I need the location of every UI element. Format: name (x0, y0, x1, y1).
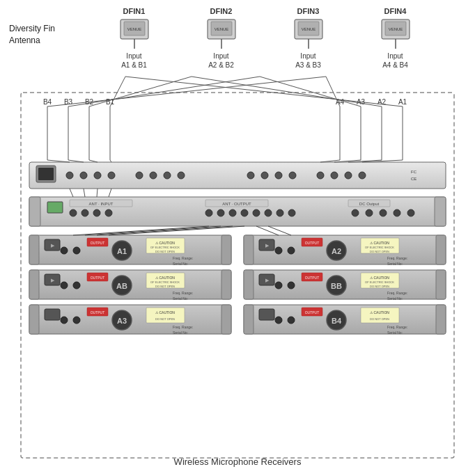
antenna-item-1: DFIN1 VENUE InputA1 & B1 (103, 7, 166, 70)
svg-rect-190 (361, 308, 399, 323)
svg-text:A3: A3 (117, 317, 127, 325)
svg-point-95 (394, 209, 400, 216)
dfin3-input: InputA3 & B3 (295, 51, 321, 70)
svg-rect-43 (38, 168, 54, 180)
svg-text:DO NOT OPEN: DO NOT OPEN (155, 250, 175, 253)
svg-point-57 (331, 172, 338, 179)
svg-point-165 (275, 282, 282, 289)
svg-line-40 (326, 77, 340, 106)
svg-text:B4: B4 (43, 98, 52, 106)
svg-line-62 (47, 160, 70, 162)
svg-point-52 (247, 172, 254, 179)
svg-text:▶: ▶ (51, 278, 55, 283)
svg-text:OF ELECTRIC SHOCK: OF ELECTRIC SHOCK (150, 280, 180, 284)
svg-text:OF ELECTRIC SHOCK: OF ELECTRIC SHOCK (365, 246, 394, 249)
svg-point-166 (288, 282, 295, 289)
antenna-item-2: DFIN2 VENUE InputA2 & B2 (190, 7, 253, 70)
svg-point-89 (288, 209, 295, 216)
svg-point-56 (317, 172, 324, 179)
svg-text:Freq. Range:: Freq. Range: (387, 325, 407, 329)
svg-line-204 (268, 226, 291, 235)
svg-point-82 (205, 209, 212, 216)
svg-point-115 (73, 247, 80, 254)
svg-point-84 (229, 209, 236, 216)
svg-text:A4: A4 (336, 98, 345, 106)
svg-line-200 (85, 226, 221, 235)
dfin2-label: DFIN2 (210, 7, 233, 15)
svg-point-88 (277, 209, 283, 216)
title-label: Diversity Fin Antenna (9, 23, 55, 47)
svg-rect-70 (29, 197, 446, 226)
svg-rect-182 (87, 308, 108, 316)
svg-line-69 (362, 160, 403, 162)
antenna-item-4: DFIN4 VENUE InputA4 & B4 (364, 7, 427, 70)
svg-rect-159 (361, 273, 399, 288)
svg-text:Serial No:: Serial No: (173, 262, 188, 266)
svg-rect-137 (221, 270, 231, 299)
svg-line-35 (89, 77, 192, 106)
svg-text:⚠ CAUTION: ⚠ CAUTION (370, 276, 389, 280)
svg-rect-80 (205, 200, 268, 207)
dfin1-input: InputA1 & B1 (121, 51, 147, 70)
svg-text:OF ELECTRIC SHOCK: OF ELECTRIC SHOCK (365, 280, 394, 284)
svg-point-87 (265, 209, 272, 216)
svg-rect-186 (436, 305, 446, 334)
svg-point-123 (327, 241, 346, 260)
svg-text:Serial No:: Serial No: (173, 296, 188, 301)
svg-text:OUTPUT: OUTPUT (305, 310, 320, 315)
svg-rect-121 (259, 239, 274, 251)
dfin4-label: DFIN4 (384, 7, 407, 15)
svg-text:⚠ CAUTION: ⚠ CAUTION (155, 276, 175, 280)
svg-text:DO NOT OPEN: DO NOT OPEN (370, 317, 389, 321)
svg-rect-153 (244, 270, 254, 299)
svg-text:OUTPUT: OUTPUT (91, 276, 105, 280)
svg-line-36 (192, 77, 382, 106)
svg-point-54 (275, 172, 282, 179)
svg-line-202 (109, 226, 244, 235)
svg-text:BB: BB (331, 282, 342, 290)
svg-line-66 (320, 160, 340, 162)
svg-point-92 (352, 209, 359, 216)
svg-point-140 (112, 276, 132, 295)
svg-text:⚠ CAUTION: ⚠ CAUTION (155, 310, 175, 315)
svg-rect-101 (29, 235, 231, 264)
dfin4-icon: VENUE (378, 18, 413, 49)
svg-point-47 (108, 172, 115, 179)
svg-rect-103 (221, 235, 231, 264)
svg-line-37 (68, 77, 260, 106)
svg-text:B4: B4 (332, 317, 342, 325)
svg-point-86 (253, 209, 260, 216)
svg-rect-16 (21, 93, 454, 458)
svg-text:CE: CE (411, 177, 416, 181)
svg-line-98 (84, 189, 85, 197)
svg-point-180 (61, 317, 68, 324)
svg-point-96 (407, 209, 414, 216)
diagram-container: Diversity Fin Antenna DFIN1 VENUE InputA… (0, 0, 475, 476)
svg-point-79 (105, 209, 112, 216)
svg-rect-142 (146, 273, 185, 288)
svg-line-39 (47, 77, 326, 106)
svg-line-67 (334, 160, 361, 162)
svg-point-78 (93, 209, 100, 216)
svg-text:OUTPUT: OUTPUT (305, 276, 320, 280)
svg-text:Serial No:: Serial No: (387, 331, 403, 335)
svg-point-148 (61, 282, 68, 289)
svg-line-38 (260, 77, 361, 106)
dfin4-input: InputA4 & B4 (382, 51, 408, 70)
svg-rect-136 (29, 270, 39, 299)
svg-point-48 (136, 172, 143, 179)
svg-rect-138 (45, 274, 60, 285)
dfin1-label: DFIN1 (123, 7, 146, 15)
svg-rect-74 (70, 200, 132, 207)
svg-point-85 (241, 209, 248, 216)
svg-rect-170 (29, 305, 39, 334)
svg-point-45 (80, 172, 87, 179)
svg-text:A3: A3 (357, 98, 366, 106)
svg-line-64 (89, 160, 98, 162)
svg-text:DO NOT OPEN: DO NOT OPEN (370, 285, 389, 288)
svg-rect-167 (302, 273, 322, 281)
dfin2-input: InputA2 & B2 (208, 51, 234, 70)
svg-line-203 (256, 226, 279, 235)
svg-text:DC Output: DC Output (359, 202, 380, 206)
svg-point-106 (112, 241, 132, 260)
